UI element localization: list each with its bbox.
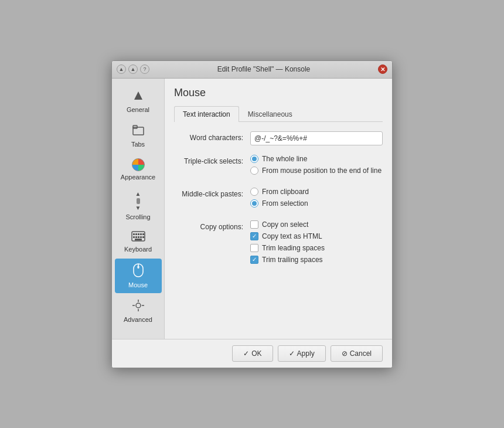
middle-click-row: Middle-click pastes: From clipboard From… bbox=[174, 188, 383, 211]
svg-rect-10 bbox=[135, 236, 137, 238]
apply-icon: ✓ bbox=[289, 349, 295, 358]
checkbox-copy-as-html[interactable]: ✓ Copy text as HTML bbox=[250, 232, 383, 240]
svg-rect-8 bbox=[142, 233, 144, 235]
tab-content: Word characters: Triple-click selects: T… bbox=[174, 131, 383, 331]
word-characters-row: Word characters: bbox=[174, 131, 383, 145]
sidebar-item-general[interactable]: General bbox=[115, 84, 162, 118]
copy-options-row: Copy options: Copy on select ✓ Copy text… bbox=[174, 220, 383, 267]
sidebar-item-label: General bbox=[127, 106, 149, 113]
radio-from-clipboard[interactable]: From clipboard bbox=[250, 188, 383, 196]
apply-label: Apply bbox=[297, 349, 315, 358]
svg-marker-0 bbox=[134, 91, 142, 100]
checkbox-trim-leading-label: Trim leading spaces bbox=[262, 244, 325, 252]
main-content: Mouse Text interaction Miscellaneous Wor… bbox=[165, 79, 392, 339]
radio-whole-line-label: The whole line bbox=[262, 155, 307, 163]
advanced-icon bbox=[132, 299, 145, 314]
ok-icon: ✓ bbox=[243, 349, 249, 358]
appearance-icon bbox=[132, 158, 145, 171]
checkbox-copy-on-select-label: Copy on select bbox=[262, 220, 308, 229]
copy-options-list: Copy on select ✓ Copy text as HTML Trim … bbox=[250, 220, 383, 267]
word-characters-label: Word characters: bbox=[174, 131, 250, 142]
checkbox-copy-as-html-label: Copy text as HTML bbox=[262, 232, 322, 240]
radio-from-mouse[interactable]: From mouse position to the end of line bbox=[250, 167, 383, 175]
tab-bar: Text interaction Miscellaneous bbox=[174, 106, 383, 122]
sidebar-item-mouse[interactable]: Mouse bbox=[115, 259, 162, 293]
svg-rect-4 bbox=[133, 233, 135, 235]
dialog-footer: ✓ OK ✓ Apply ⊘ Cancel bbox=[112, 339, 392, 368]
radio-from-selection-indicator bbox=[250, 199, 258, 208]
word-characters-input[interactable] bbox=[250, 131, 383, 145]
cancel-button[interactable]: ⊘ Cancel bbox=[331, 345, 383, 362]
apply-button[interactable]: ✓ Apply bbox=[278, 345, 326, 362]
radio-from-selection[interactable]: From selection bbox=[250, 199, 383, 208]
copy-options-label: Copy options: bbox=[174, 220, 250, 231]
middle-click-label: Middle-click pastes: bbox=[174, 188, 250, 198]
svg-rect-6 bbox=[138, 233, 139, 235]
ok-label: OK bbox=[251, 349, 261, 358]
maximize-button[interactable]: ▲ bbox=[128, 64, 138, 74]
svg-rect-12 bbox=[140, 236, 142, 238]
sidebar-item-label: Advanced bbox=[124, 316, 152, 323]
ok-button[interactable]: ✓ OK bbox=[232, 345, 273, 362]
window-body: General Tabs Appearance bbox=[112, 79, 392, 339]
word-characters-control bbox=[250, 131, 383, 145]
svg-rect-11 bbox=[138, 236, 139, 238]
checkbox-trim-trailing-indicator: ✓ bbox=[250, 256, 258, 264]
triple-click-label: Triple-click selects: bbox=[174, 155, 250, 165]
mouse-icon bbox=[133, 263, 144, 279]
sidebar-item-label: Appearance bbox=[121, 174, 155, 181]
cancel-label: Cancel bbox=[350, 349, 372, 358]
middle-click-options: From clipboard From selection bbox=[250, 188, 383, 211]
sidebar-item-keyboard[interactable]: Keyboard bbox=[115, 226, 162, 257]
sidebar-item-label: Scrolling bbox=[125, 213, 150, 220]
radio-whole-line-indicator bbox=[250, 155, 258, 163]
dialog-window: ▲ ▲ ? Edit Profile "Shell" — Konsole ✕ G… bbox=[111, 60, 393, 368]
triple-click-options: The whole line From mouse position to th… bbox=[250, 155, 383, 178]
sidebar-item-tabs[interactable]: Tabs bbox=[115, 119, 162, 152]
titlebar: ▲ ▲ ? Edit Profile "Shell" — Konsole ✕ bbox=[112, 61, 392, 79]
radio-from-selection-label: From selection bbox=[262, 199, 308, 208]
tab-text-interaction[interactable]: Text interaction bbox=[174, 106, 239, 122]
sidebar-item-label: Mouse bbox=[128, 281, 148, 288]
triple-click-row: Triple-click selects: The whole line Fro… bbox=[174, 155, 383, 178]
checkbox-copy-as-html-indicator: ✓ bbox=[250, 232, 258, 240]
svg-rect-13 bbox=[142, 236, 144, 238]
titlebar-controls: ▲ ▲ ? bbox=[117, 64, 149, 74]
svg-rect-9 bbox=[133, 236, 135, 238]
checkbox-copy-on-select-indicator bbox=[250, 220, 258, 229]
page-title: Mouse bbox=[174, 87, 383, 99]
svg-rect-17 bbox=[137, 266, 139, 269]
cancel-icon: ⊘ bbox=[342, 349, 348, 358]
checkbox-trim-leading[interactable]: Trim leading spaces bbox=[250, 244, 383, 252]
minimize-button[interactable]: ▲ bbox=[117, 64, 126, 74]
general-icon bbox=[132, 89, 145, 104]
window-title: Edit Profile "Shell" — Konsole bbox=[149, 65, 378, 73]
svg-rect-7 bbox=[140, 233, 142, 235]
radio-from-clipboard-indicator bbox=[250, 188, 258, 196]
checkbox-trim-trailing-label: Trim trailing spaces bbox=[262, 256, 323, 264]
radio-from-mouse-label: From mouse position to the end of line bbox=[262, 167, 382, 175]
svg-point-18 bbox=[136, 303, 141, 308]
keyboard-icon bbox=[131, 231, 145, 243]
sidebar: General Tabs Appearance bbox=[112, 79, 165, 339]
sidebar-item-scrolling[interactable]: ▲ ▼ Scrolling bbox=[115, 186, 162, 225]
checkbox-trim-trailing[interactable]: ✓ Trim trailing spaces bbox=[250, 256, 383, 264]
scrolling-icon: ▲ ▼ bbox=[135, 191, 141, 211]
svg-rect-14 bbox=[135, 239, 142, 240]
tab-miscellaneous[interactable]: Miscellaneous bbox=[239, 106, 301, 122]
svg-rect-5 bbox=[135, 233, 137, 235]
sidebar-item-appearance[interactable]: Appearance bbox=[115, 154, 162, 185]
tabs-icon bbox=[132, 124, 145, 138]
checkbox-trim-leading-indicator bbox=[250, 244, 258, 252]
sidebar-item-label: Tabs bbox=[131, 141, 145, 148]
sidebar-item-advanced[interactable]: Advanced bbox=[115, 294, 162, 328]
help-button[interactable]: ? bbox=[140, 64, 149, 74]
radio-from-mouse-indicator bbox=[250, 167, 258, 175]
sidebar-item-label: Keyboard bbox=[124, 246, 152, 253]
radio-whole-line[interactable]: The whole line bbox=[250, 155, 383, 163]
close-button[interactable]: ✕ bbox=[378, 64, 387, 74]
radio-from-clipboard-label: From clipboard bbox=[262, 188, 309, 196]
checkbox-copy-on-select[interactable]: Copy on select bbox=[250, 220, 383, 229]
